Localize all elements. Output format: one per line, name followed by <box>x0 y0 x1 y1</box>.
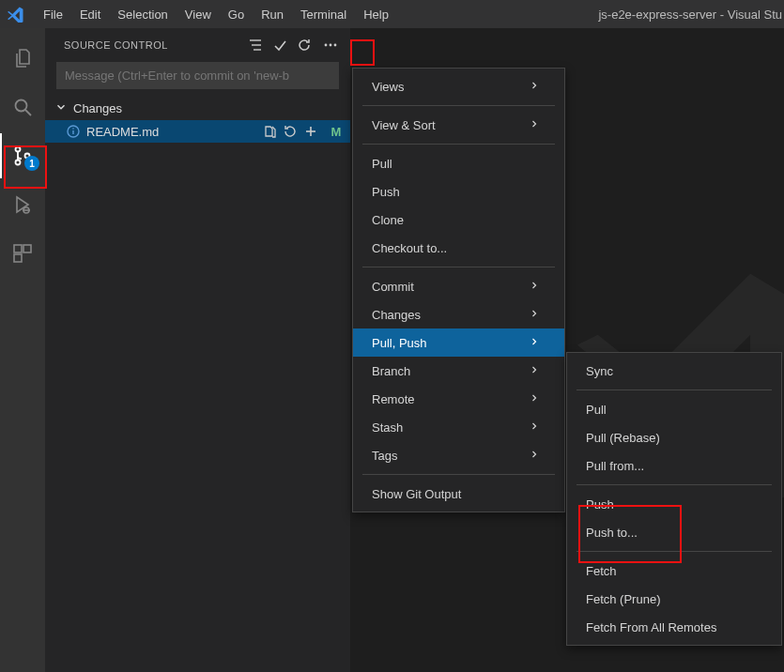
cm-clone[interactable]: Clone <box>353 206 564 234</box>
open-file-button[interactable] <box>260 122 279 141</box>
discard-changes-button[interactable] <box>281 122 300 141</box>
cm-pull-push[interactable]: Pull, Push <box>353 328 564 357</box>
cm-sync[interactable]: Sync <box>567 357 781 385</box>
menu-help[interactable]: Help <box>356 4 396 25</box>
svg-rect-8 <box>14 245 22 252</box>
more-icon <box>323 38 338 53</box>
menu-file[interactable]: File <box>36 4 70 25</box>
view-as-tree-button[interactable] <box>245 35 266 55</box>
separator <box>576 551 772 552</box>
changes-label: Changes <box>73 101 122 115</box>
menu-view[interactable]: View <box>177 4 219 25</box>
stage-changes-button[interactable] <box>301 122 320 141</box>
chevron-right-icon <box>529 308 538 322</box>
menu-run[interactable]: Run <box>254 4 291 25</box>
chevron-right-icon <box>529 280 538 294</box>
panel-header: SOURCE CONTROL <box>45 28 350 62</box>
panel-actions <box>245 33 343 57</box>
cm-push[interactable]: Push <box>353 177 564 206</box>
separator <box>576 484 772 485</box>
cm-checkout-to[interactable]: Checkout to... <box>353 234 564 262</box>
commit-button[interactable] <box>269 35 290 55</box>
chevron-right-icon <box>529 449 538 463</box>
separator <box>362 474 555 475</box>
pull-push-submenu: Sync Pull Pull (Rebase) Pull from... Pus… <box>566 352 782 646</box>
cm-sub-push-to[interactable]: Push to... <box>567 518 781 546</box>
open-file-icon <box>262 124 277 139</box>
plus-icon <box>303 124 318 139</box>
cm-sub-pull-rebase[interactable]: Pull (Rebase) <box>567 423 781 451</box>
search-icon <box>11 96 34 118</box>
refresh-button[interactable] <box>294 35 315 55</box>
cm-sub-fetch-all[interactable]: Fetch From All Remotes <box>567 613 781 641</box>
svg-line-1 <box>25 110 31 115</box>
cm-changes[interactable]: Changes <box>353 300 564 328</box>
changed-file-row[interactable]: README.md M <box>45 120 350 143</box>
cm-remote[interactable]: Remote <box>353 385 564 413</box>
cm-commit[interactable]: Commit <box>353 272 564 300</box>
file-name: README.md <box>86 125 254 139</box>
chevron-right-icon <box>529 392 538 406</box>
title-bar: js-e2e-express-server - Visual Stu File … <box>0 0 784 28</box>
svg-rect-9 <box>23 245 31 252</box>
svg-point-0 <box>16 100 27 112</box>
undo-icon <box>283 124 298 139</box>
panel-title: SOURCE CONTROL <box>64 39 168 51</box>
debug-icon <box>11 193 34 216</box>
cm-pull[interactable]: Pull <box>353 149 564 177</box>
activity-explorer[interactable] <box>0 36 45 81</box>
chevron-down-icon <box>54 100 68 116</box>
activity-search[interactable] <box>0 84 45 130</box>
cm-sub-push[interactable]: Push <box>567 490 781 518</box>
info-icon <box>66 124 81 139</box>
cm-branch[interactable]: Branch <box>353 357 564 385</box>
svg-point-2 <box>16 147 21 152</box>
svg-point-14 <box>325 44 328 47</box>
activity-run-debug[interactable] <box>0 182 45 227</box>
svg-point-15 <box>330 44 332 47</box>
cm-show-git-output[interactable]: Show Git Output <box>353 480 564 508</box>
cm-sub-fetch[interactable]: Fetch <box>567 557 781 585</box>
extensions-icon <box>11 242 34 265</box>
menu-selection[interactable]: Selection <box>110 4 175 25</box>
activity-source-control[interactable]: 1 <box>0 133 45 178</box>
svg-point-3 <box>16 160 21 165</box>
activity-extensions[interactable] <box>0 231 45 276</box>
chevron-right-icon <box>529 420 538 435</box>
cm-view-sort[interactable]: View & Sort <box>353 111 564 139</box>
separator <box>576 389 772 390</box>
cm-sub-pull-from[interactable]: Pull from... <box>567 451 781 480</box>
cm-stash[interactable]: Stash <box>353 413 564 441</box>
scm-more-context-menu: Views View & Sort Pull Push Clone Checko… <box>352 68 565 512</box>
sidebar: SOURCE CONTROL <box>45 28 350 672</box>
cm-views[interactable]: Views <box>353 72 564 100</box>
more-actions-button[interactable] <box>320 35 341 55</box>
files-icon <box>11 47 34 69</box>
vscode-logo-icon <box>8 6 24 23</box>
scm-badge: 1 <box>24 156 39 171</box>
chevron-right-icon <box>529 80 538 94</box>
cm-sub-fetch-prune[interactable]: Fetch (Prune) <box>567 585 781 613</box>
svg-rect-10 <box>14 254 22 262</box>
separator <box>362 144 555 145</box>
cm-tags[interactable]: Tags <box>353 441 564 469</box>
more-actions-wrap <box>318 33 343 57</box>
check-icon <box>272 38 287 53</box>
chevron-right-icon <box>529 118 538 132</box>
changes-section[interactable]: Changes <box>45 97 350 120</box>
menu-terminal[interactable]: Terminal <box>293 4 354 25</box>
activity-bar: 1 <box>0 28 45 672</box>
menu-go[interactable]: Go <box>221 4 252 25</box>
commit-message-input[interactable] <box>56 62 339 89</box>
file-row-actions <box>260 122 320 141</box>
file-status: M <box>330 125 343 139</box>
cm-sub-pull[interactable]: Pull <box>567 395 781 423</box>
chevron-right-icon <box>529 336 538 350</box>
svg-point-19 <box>72 128 74 130</box>
separator <box>362 105 555 106</box>
menu-edit[interactable]: Edit <box>72 4 108 25</box>
svg-point-16 <box>334 44 337 47</box>
chevron-right-icon <box>529 364 538 378</box>
refresh-icon <box>297 38 312 53</box>
separator <box>362 267 555 267</box>
